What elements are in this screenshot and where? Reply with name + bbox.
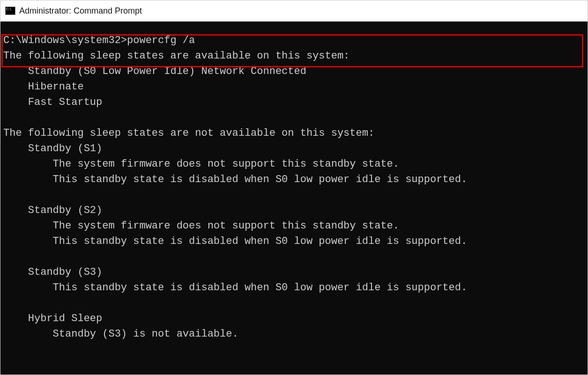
terminal-output[interactable]: C:\Windows\system32>powercfg /a The foll… [0, 22, 588, 375]
titlebar[interactable]: Administrator: Command Prompt [0, 0, 588, 22]
window-title: Administrator: Command Prompt [19, 6, 142, 16]
cmd-icon [5, 7, 15, 15]
command-prompt-window: Administrator: Command Prompt C:\Windows… [0, 0, 588, 375]
annotation-highlight [1, 34, 583, 67]
